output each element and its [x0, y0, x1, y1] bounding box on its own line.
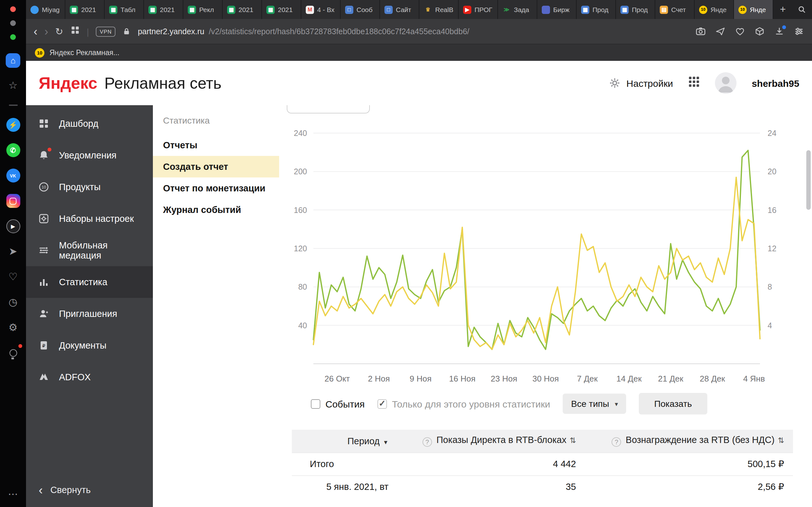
browser-tab[interactable]: ▦Прод — [616, 0, 655, 19]
sidebar-item-settings-set[interactable]: Наборы настроек — [26, 203, 153, 234]
sidebar-item-mediation[interactable]: Мобильная медиация — [26, 234, 153, 266]
column-header[interactable]: ?Вознаграждение за RTB (без НДС)⇅ — [585, 430, 793, 452]
crown-icon: ♛ — [424, 5, 432, 14]
browser-tab[interactable]: Miyag — [26, 0, 65, 19]
sidebar-item-stats[interactable]: Статистика — [26, 266, 153, 298]
browser-tab[interactable]: ▦2021 — [223, 0, 262, 19]
type-filter-select[interactable]: Все типы ▾ — [563, 394, 626, 414]
browser-tab[interactable]: ▦2021 — [144, 0, 183, 19]
whatsapp-icon[interactable]: ✆ — [5, 143, 20, 158]
browser-tab[interactable]: ♛RealB — [419, 0, 459, 19]
downloads-button[interactable] — [773, 26, 785, 37]
screenshot-button[interactable] — [695, 26, 706, 37]
browser-tab[interactable]: ▤Счет — [655, 0, 695, 19]
tab-title: Рекл — [199, 6, 214, 13]
yandex-logo[interactable]: Яндекс Рекламная сеть — [39, 73, 221, 93]
collapse-sidebar-button[interactable]: ‹Свернуть — [26, 473, 153, 507]
subnav-item[interactable]: Создать отчет — [153, 156, 279, 177]
browser-tab[interactable]: ▦Рекл — [183, 0, 223, 19]
messenger-icon[interactable]: ⚡ — [5, 117, 20, 132]
sort-icon[interactable]: ⇅ — [778, 436, 784, 445]
hints-bulb-icon[interactable] — [5, 345, 20, 360]
sidebar-item-invites[interactable]: Приглашения — [26, 298, 153, 330]
tab-search-button[interactable] — [792, 0, 811, 19]
browser-tab[interactable]: ▶ПРОГ — [459, 0, 498, 19]
svg-text:10: 10 — [42, 185, 46, 189]
settings-gear-icon[interactable]: ⚙ — [5, 320, 20, 335]
browser-tab[interactable]: Бирж — [537, 0, 577, 19]
browser-tab[interactable]: 10Янде — [695, 0, 734, 19]
tab-title: Сооб — [357, 6, 373, 13]
extensions-button[interactable] — [754, 26, 765, 37]
reload-button[interactable]: ↻ — [55, 26, 63, 36]
sidebar-item-products-10[interactable]: 10Продукты — [26, 171, 153, 203]
sidebar-item-documents[interactable]: ₽Документы — [26, 330, 153, 361]
subnav-item[interactable]: Журнал событий — [153, 199, 279, 221]
subnav-item[interactable]: Отчеты — [153, 134, 279, 156]
vk-icon[interactable]: VK — [5, 168, 20, 183]
sidebar-item-adfox[interactable]: ADFOX — [26, 361, 153, 393]
favorites-star-icon[interactable]: ☆ — [5, 78, 20, 93]
favorites-heart-icon[interactable]: ♡ — [5, 269, 20, 285]
browser-tab[interactable]: ▦Табл — [105, 0, 144, 19]
events-checkbox[interactable] — [311, 399, 320, 408]
username[interactable]: sherbah95 — [752, 78, 799, 89]
share-button[interactable] — [714, 26, 726, 37]
tableau-button[interactable] — [70, 25, 80, 38]
notification-dot — [18, 344, 22, 348]
grouping-dropdown-partial[interactable] — [287, 105, 370, 113]
svg-text:200: 200 — [294, 167, 307, 176]
browser-tab[interactable]: ▦2021 — [262, 0, 301, 19]
history-clock-icon[interactable]: ◷ — [5, 295, 20, 310]
settings-link[interactable]: Настройки — [609, 77, 673, 89]
bookmark-button[interactable] — [734, 26, 745, 37]
subnav-item[interactable]: Отчет по монетизации — [153, 177, 279, 199]
column-header[interactable]: ?Показы Директа в RTB-блоках⇅ — [397, 430, 585, 452]
instagram-icon[interactable] — [5, 193, 20, 209]
home-icon[interactable]: ⌂ — [5, 53, 20, 68]
browser-tab[interactable]: ▦Прод — [577, 0, 616, 19]
player-icon[interactable]: ▶ — [5, 219, 20, 234]
google-sheets-icon: ▦ — [227, 5, 235, 14]
avatar[interactable] — [715, 72, 737, 94]
minimize-window-button[interactable] — [10, 20, 16, 26]
dashboard-icon — [38, 117, 50, 130]
address-bar[interactable]: partner2.yandex.ru/v2/statistics/report/… — [138, 27, 682, 36]
help-icon[interactable]: ? — [422, 438, 432, 447]
bookmark-item[interactable]: Яндекс Рекламная... — [49, 49, 119, 56]
column-header[interactable]: Период▼ — [292, 430, 397, 452]
show-button[interactable]: Показать — [639, 393, 707, 414]
chat-app-icon — [31, 5, 39, 14]
vpn-badge[interactable]: VPN — [96, 26, 115, 37]
sort-icon[interactable]: ⇅ — [570, 436, 576, 445]
url-path: /v2/statistics/report/hash/6b3728783feb0… — [209, 27, 469, 36]
close-window-button[interactable] — [10, 6, 16, 12]
zoom-window-button[interactable] — [10, 34, 16, 40]
browser-settings-button[interactable] — [793, 26, 804, 37]
page-scrollbar-thumb[interactable] — [806, 150, 811, 210]
svg-text:12: 12 — [768, 244, 776, 253]
sidebar-item-bell[interactable]: Уведомления — [26, 139, 153, 171]
forward-button[interactable]: › — [44, 26, 48, 37]
only-level-label: Только для этого уровня статистики — [392, 398, 550, 409]
browser-toolbar: ‹ › ↻ | VPN partner2.yandex.ru/v2/statis… — [26, 19, 812, 44]
send-icon — [715, 26, 725, 37]
browser-tab[interactable]: 10Янде — [734, 0, 773, 19]
sidebar-item-dashboard[interactable]: Дашборд — [26, 108, 153, 139]
tab-title: Бирж — [553, 6, 569, 13]
invites-icon — [38, 307, 50, 320]
services-menu-button[interactable] — [688, 76, 700, 90]
browser-tab[interactable]: □Сайт — [380, 0, 419, 19]
more-ellipsis-icon[interactable]: ⋯ — [5, 487, 20, 502]
browser-tab[interactable]: ≫Зада — [498, 0, 537, 19]
new-tab-button[interactable]: + — [773, 0, 792, 19]
browser-tab[interactable]: □Сооб — [341, 0, 380, 19]
back-button[interactable]: ‹ — [34, 26, 38, 37]
browser-tab[interactable]: ▦2021 — [65, 0, 105, 19]
browser-tab[interactable]: M4 - Вх — [301, 0, 341, 19]
help-icon[interactable]: ? — [612, 438, 621, 447]
table-cell: 4 442 — [397, 452, 585, 475]
telegram-send-icon[interactable]: ➤ — [5, 244, 20, 259]
only-level-checkbox[interactable] — [377, 399, 387, 408]
yandex-10-icon: 10 — [699, 5, 707, 14]
